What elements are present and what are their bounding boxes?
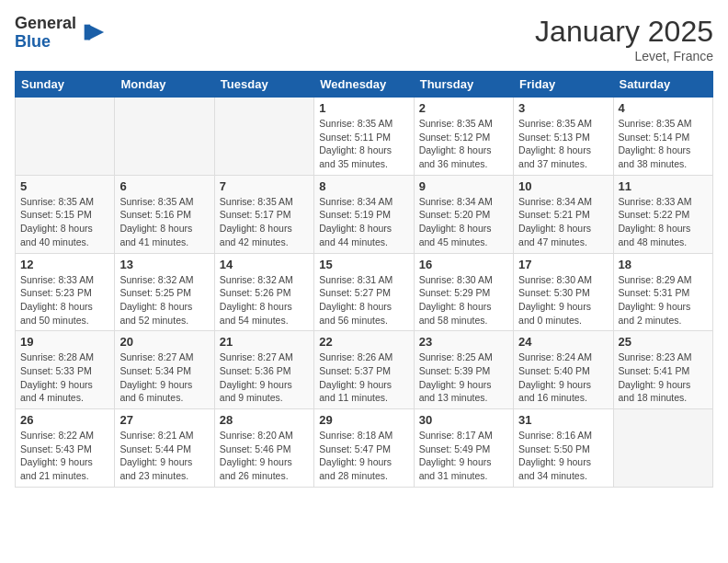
day-info: Sunrise: 8:34 AM Sunset: 5:19 PM Dayligh… <box>319 195 408 249</box>
day-info: Sunrise: 8:27 AM Sunset: 5:34 PM Dayligh… <box>119 350 209 405</box>
calendar-table: Sunday Monday Tuesday Wednesday Thursday… <box>15 71 713 488</box>
day-number: 19 <box>20 335 109 349</box>
table-row: 10Sunrise: 8:34 AM Sunset: 5:21 PM Dayli… <box>514 175 613 253</box>
table-row: 24Sunrise: 8:24 AM Sunset: 5:40 PM Dayli… <box>514 331 613 409</box>
day-number: 16 <box>419 258 508 271</box>
table-row: 5Sunrise: 8:35 AM Sunset: 5:15 PM Daylig… <box>16 175 115 253</box>
table-row <box>613 409 712 488</box>
table-row <box>214 98 313 176</box>
day-number: 27 <box>119 413 209 427</box>
table-row: 17Sunrise: 8:30 AM Sunset: 5:30 PM Dayli… <box>514 253 613 331</box>
title-area: January 2025 Levet, France <box>535 15 713 63</box>
day-number: 22 <box>319 335 408 349</box>
week-row-4: 19Sunrise: 8:28 AM Sunset: 5:33 PM Dayli… <box>16 331 713 409</box>
day-info: Sunrise: 8:35 AM Sunset: 5:14 PM Dayligh… <box>619 117 708 171</box>
header-friday: Friday <box>514 72 613 98</box>
svg-marker-0 <box>88 24 104 40</box>
day-info: Sunrise: 8:16 AM Sunset: 5:50 PM Dayligh… <box>518 429 608 483</box>
table-row: 25Sunrise: 8:23 AM Sunset: 5:41 PM Dayli… <box>613 331 712 409</box>
table-row: 12Sunrise: 8:33 AM Sunset: 5:23 PM Dayli… <box>16 253 115 331</box>
day-info: Sunrise: 8:30 AM Sunset: 5:30 PM Dayligh… <box>518 273 608 327</box>
page-header: General Blue January 2025 Levet, France <box>15 15 713 63</box>
day-info: Sunrise: 8:26 AM Sunset: 5:37 PM Dayligh… <box>319 350 408 405</box>
day-number: 24 <box>518 335 608 349</box>
table-row: 14Sunrise: 8:32 AM Sunset: 5:26 PM Dayli… <box>214 253 313 331</box>
day-number: 3 <box>518 101 608 115</box>
day-info: Sunrise: 8:20 AM Sunset: 5:46 PM Dayligh… <box>220 429 309 483</box>
day-number: 29 <box>319 413 408 427</box>
day-info: Sunrise: 8:30 AM Sunset: 5:29 PM Dayligh… <box>419 273 508 327</box>
day-info: Sunrise: 8:27 AM Sunset: 5:36 PM Dayligh… <box>220 350 309 405</box>
day-info: Sunrise: 8:17 AM Sunset: 5:49 PM Dayligh… <box>419 429 508 483</box>
table-row: 1Sunrise: 8:35 AM Sunset: 5:11 PM Daylig… <box>314 98 414 176</box>
day-number: 9 <box>419 179 508 193</box>
table-row: 9Sunrise: 8:34 AM Sunset: 5:20 PM Daylig… <box>414 175 513 253</box>
day-info: Sunrise: 8:25 AM Sunset: 5:39 PM Dayligh… <box>419 350 508 405</box>
table-row: 20Sunrise: 8:27 AM Sunset: 5:34 PM Dayli… <box>115 331 214 409</box>
table-row: 28Sunrise: 8:20 AM Sunset: 5:46 PM Dayli… <box>214 409 313 488</box>
day-info: Sunrise: 8:35 AM Sunset: 5:12 PM Dayligh… <box>419 117 508 171</box>
day-number: 25 <box>619 335 708 349</box>
day-number: 8 <box>319 179 408 193</box>
header-saturday: Saturday <box>613 72 712 98</box>
day-number: 12 <box>20 258 109 271</box>
day-number: 30 <box>419 413 508 427</box>
day-number: 20 <box>119 335 209 349</box>
day-number: 15 <box>319 258 408 271</box>
table-row: 23Sunrise: 8:25 AM Sunset: 5:39 PM Dayli… <box>414 331 513 409</box>
table-row: 11Sunrise: 8:33 AM Sunset: 5:22 PM Dayli… <box>613 175 712 253</box>
header-wednesday: Wednesday <box>314 72 414 98</box>
day-info: Sunrise: 8:33 AM Sunset: 5:23 PM Dayligh… <box>20 273 109 327</box>
day-info: Sunrise: 8:18 AM Sunset: 5:47 PM Dayligh… <box>319 429 408 483</box>
day-info: Sunrise: 8:31 AM Sunset: 5:27 PM Dayligh… <box>319 273 408 327</box>
day-number: 13 <box>119 258 209 271</box>
table-row: 15Sunrise: 8:31 AM Sunset: 5:27 PM Dayli… <box>314 253 414 331</box>
week-row-3: 12Sunrise: 8:33 AM Sunset: 5:23 PM Dayli… <box>16 253 713 331</box>
day-info: Sunrise: 8:23 AM Sunset: 5:41 PM Dayligh… <box>619 350 708 405</box>
table-row: 18Sunrise: 8:29 AM Sunset: 5:31 PM Dayli… <box>613 253 712 331</box>
day-info: Sunrise: 8:35 AM Sunset: 5:11 PM Dayligh… <box>319 117 408 171</box>
table-row: 31Sunrise: 8:16 AM Sunset: 5:50 PM Dayli… <box>514 409 613 488</box>
table-row: 3Sunrise: 8:35 AM Sunset: 5:13 PM Daylig… <box>514 98 613 176</box>
day-info: Sunrise: 8:35 AM Sunset: 5:13 PM Dayligh… <box>518 117 608 171</box>
week-row-2: 5Sunrise: 8:35 AM Sunset: 5:15 PM Daylig… <box>16 175 713 253</box>
day-info: Sunrise: 8:34 AM Sunset: 5:21 PM Dayligh… <box>518 195 608 249</box>
logo-blue-text: Blue <box>15 33 76 52</box>
day-info: Sunrise: 8:29 AM Sunset: 5:31 PM Dayligh… <box>619 273 708 327</box>
day-number: 17 <box>518 258 608 271</box>
day-info: Sunrise: 8:33 AM Sunset: 5:22 PM Dayligh… <box>619 195 708 249</box>
day-info: Sunrise: 8:22 AM Sunset: 5:43 PM Dayligh… <box>20 429 109 483</box>
table-row: 6Sunrise: 8:35 AM Sunset: 5:16 PM Daylig… <box>115 175 214 253</box>
logo-general-text: General <box>15 15 76 33</box>
table-row: 16Sunrise: 8:30 AM Sunset: 5:29 PM Dayli… <box>414 253 513 331</box>
month-year-title: January 2025 <box>535 15 713 49</box>
header-thursday: Thursday <box>414 72 513 98</box>
day-info: Sunrise: 8:34 AM Sunset: 5:20 PM Dayligh… <box>419 195 508 249</box>
header-sunday: Sunday <box>16 72 115 98</box>
table-row: 27Sunrise: 8:21 AM Sunset: 5:44 PM Dayli… <box>115 409 214 488</box>
day-number: 10 <box>518 179 608 193</box>
day-info: Sunrise: 8:24 AM Sunset: 5:40 PM Dayligh… <box>518 350 608 405</box>
day-number: 1 <box>319 101 408 115</box>
table-row: 2Sunrise: 8:35 AM Sunset: 5:12 PM Daylig… <box>414 98 513 176</box>
day-number: 26 <box>20 413 109 427</box>
day-number: 4 <box>619 101 708 115</box>
table-row: 13Sunrise: 8:32 AM Sunset: 5:25 PM Dayli… <box>115 253 214 331</box>
day-info: Sunrise: 8:35 AM Sunset: 5:15 PM Dayligh… <box>20 195 109 249</box>
logo-icon <box>80 20 106 46</box>
day-number: 31 <box>518 413 608 427</box>
day-info: Sunrise: 8:32 AM Sunset: 5:26 PM Dayligh… <box>220 273 309 327</box>
day-info: Sunrise: 8:35 AM Sunset: 5:17 PM Dayligh… <box>220 195 309 249</box>
day-info: Sunrise: 8:32 AM Sunset: 5:25 PM Dayligh… <box>119 273 209 327</box>
day-info: Sunrise: 8:21 AM Sunset: 5:44 PM Dayligh… <box>119 429 209 483</box>
day-number: 11 <box>619 179 708 193</box>
day-info: Sunrise: 8:35 AM Sunset: 5:16 PM Dayligh… <box>119 195 209 249</box>
day-number: 6 <box>119 179 209 193</box>
day-number: 23 <box>419 335 508 349</box>
table-row: 19Sunrise: 8:28 AM Sunset: 5:33 PM Dayli… <box>16 331 115 409</box>
day-number: 5 <box>20 179 109 193</box>
table-row: 8Sunrise: 8:34 AM Sunset: 5:19 PM Daylig… <box>314 175 414 253</box>
svg-rect-1 <box>85 24 91 40</box>
table-row: 21Sunrise: 8:27 AM Sunset: 5:36 PM Dayli… <box>214 331 313 409</box>
weekday-header-row: Sunday Monday Tuesday Wednesday Thursday… <box>16 72 713 98</box>
